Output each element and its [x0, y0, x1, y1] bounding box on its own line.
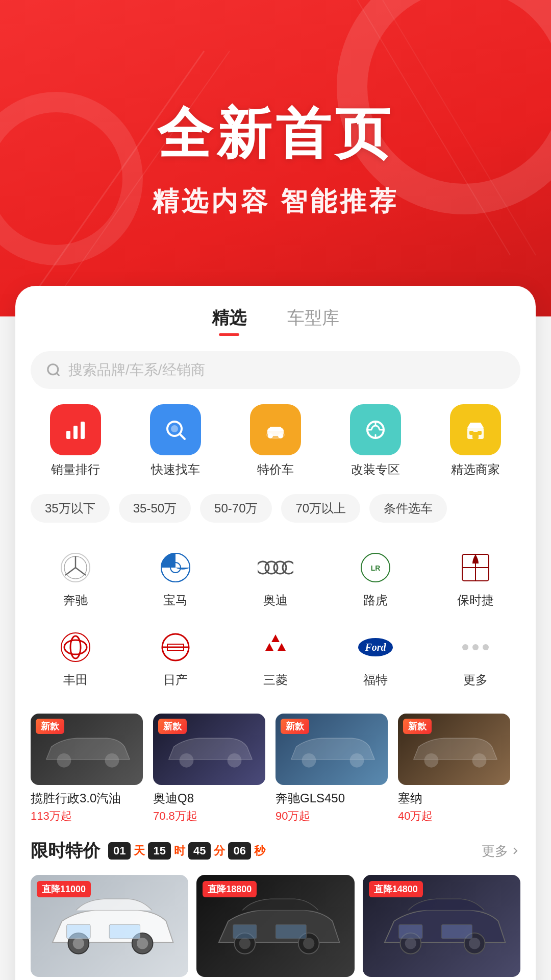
brand-nissan-label: 日产	[163, 672, 188, 688]
brand-porsche[interactable]: 保时捷	[425, 539, 525, 619]
timer-sec-label: 秒	[254, 843, 265, 859]
svg-point-58	[180, 753, 194, 768]
price-filter-tags: 35万以下 35-50万 50-70万 70万以上 条件选车	[15, 494, 536, 523]
brand-nissan[interactable]: 日产	[126, 619, 226, 698]
brand-landrover[interactable]: LR 路虎	[325, 539, 425, 619]
brand-ford[interactable]: Ford 福特	[325, 619, 425, 698]
svg-point-77	[405, 938, 416, 949]
deals-icon-box	[250, 404, 301, 455]
svg-text:LR: LR	[371, 564, 381, 572]
brand-more[interactable]: 更多	[425, 619, 525, 698]
deal-car-2-img: 直降14800	[363, 875, 520, 977]
new-car-1[interactable]: 新款 奥迪Q8 70.8万起	[153, 714, 265, 824]
svg-point-53	[462, 644, 468, 650]
brand-bmw-label: 宝马	[163, 592, 188, 608]
flash-sale-header: 限时特价 01 天 15 时 45 分 06 秒 更多	[15, 839, 536, 863]
price-tag-4[interactable]: 条件选车	[369, 494, 447, 523]
svg-point-55	[483, 644, 489, 650]
new-car-1-name: 奥迪Q8	[153, 790, 265, 806]
svg-point-61	[350, 753, 364, 768]
svg-point-54	[472, 644, 479, 650]
timer-minutes: 45	[188, 842, 211, 860]
brand-bmw[interactable]: 宝马	[126, 539, 226, 619]
svg-line-3	[383, 0, 536, 255]
quick-icon-findcar[interactable]: 快速找车	[150, 404, 201, 478]
mercedes-logo	[57, 549, 94, 586]
svg-point-67	[137, 938, 148, 949]
findcar-icon-box	[150, 404, 201, 455]
main-card: 精选 车型库 搜索品牌/车系/经销商 销量排行	[15, 286, 536, 980]
modify-icon-box	[350, 404, 401, 455]
new-car-3-name: 塞纳	[398, 790, 510, 806]
svg-point-73	[303, 938, 314, 949]
new-car-2[interactable]: 新款 奔驰GLS450 90万起	[276, 714, 388, 824]
flash-sale-title: 限时特价	[31, 839, 100, 863]
timer-box: 01 天 15 时 45 分 06 秒	[108, 842, 265, 860]
deal-car-0[interactable]: 直降11000 奔驰GLE450 21款... 加规现车 北极白/棕 90 万	[31, 875, 188, 980]
svg-point-42	[64, 640, 87, 654]
quick-icon-modify[interactable]: 改装专区	[350, 404, 401, 478]
tab-bar: 精选 车型库	[15, 306, 536, 336]
timer-hour-label: 时	[174, 843, 185, 859]
svg-point-15	[278, 433, 283, 438]
svg-point-44	[61, 633, 90, 662]
svg-point-56	[57, 753, 71, 768]
search-placeholder: 搜索品牌/车系/经销商	[68, 360, 205, 380]
price-tag-1[interactable]: 35-50万	[119, 494, 191, 523]
deal-car-1[interactable]: 直降18800 奔驰GLS450 21款... 墨规现车 月石灰/米 125 万	[196, 875, 354, 980]
tab-featured[interactable]: 精选	[212, 306, 246, 336]
svg-line-10	[180, 434, 185, 439]
audi-logo	[257, 549, 294, 586]
svg-marker-49	[265, 643, 273, 651]
bmw-logo	[157, 549, 194, 586]
svg-point-79	[469, 938, 480, 949]
price-tag-2[interactable]: 50-70万	[200, 494, 272, 523]
svg-point-14	[268, 433, 273, 438]
new-car-3[interactable]: 新款 塞纳 40万起	[398, 714, 510, 824]
more-link[interactable]: 更多	[482, 842, 520, 860]
quick-icon-findcar-label: 快速找车	[151, 461, 200, 478]
svg-rect-74	[233, 924, 256, 939]
svg-rect-7	[73, 426, 78, 439]
brand-audi-label: 奥迪	[263, 592, 288, 608]
svg-point-36	[283, 561, 293, 574]
sales-icon-box	[50, 404, 101, 455]
svg-rect-80	[399, 924, 422, 939]
merchant-icon-box	[450, 404, 501, 455]
brand-toyota[interactable]: 丰田	[26, 619, 126, 698]
new-car-1-img: 新款	[153, 714, 265, 785]
price-tag-3[interactable]: 70万以上	[281, 494, 360, 523]
svg-point-71	[239, 938, 251, 949]
svg-rect-23	[469, 431, 473, 435]
svg-line-29	[76, 568, 86, 575]
timer-hours: 15	[148, 842, 170, 860]
svg-point-59	[228, 753, 242, 768]
deal-car-2[interactable]: 直降14800 卡宴 21款 3.0T 加规 加规现车 紫石/米 103 万	[363, 875, 520, 980]
svg-rect-81	[441, 924, 472, 939]
deal-car-0-img: 直降11000	[31, 875, 188, 977]
quick-icon-sales[interactable]: 销量排行	[50, 404, 101, 478]
deal-car-0-badge: 直降11000	[37, 881, 91, 897]
brand-more-label: 更多	[463, 672, 488, 688]
toyota-logo	[57, 629, 94, 666]
new-car-0[interactable]: 新款 揽胜行政3.0汽油 113万起	[31, 714, 143, 824]
mitsubishi-logo	[257, 629, 294, 666]
search-bar[interactable]: 搜索品牌/车系/经销商	[31, 351, 520, 389]
brand-mitsubishi[interactable]: 三菱	[226, 619, 325, 698]
brand-audi[interactable]: 奥迪	[226, 539, 325, 619]
porsche-logo	[457, 549, 494, 586]
quick-icon-deals-label: 特价车	[257, 461, 294, 478]
new-car-0-price: 113万起	[31, 808, 143, 824]
quick-icon-merchant[interactable]: 精选商家	[450, 404, 501, 478]
quick-icon-deals[interactable]: 特价车	[250, 404, 301, 478]
hero-subtitle: 精选内容 智能推荐	[152, 184, 399, 219]
brand-landrover-label: 路虎	[363, 592, 388, 608]
brand-ford-label: 福特	[363, 672, 388, 688]
brand-mercedes[interactable]: 奔驰	[26, 539, 126, 619]
hero-title: 全新首页	[157, 97, 394, 172]
search-icon	[46, 362, 61, 378]
price-tag-0[interactable]: 35万以下	[31, 494, 110, 523]
svg-point-4	[48, 364, 58, 375]
tab-models[interactable]: 车型库	[287, 306, 339, 336]
new-car-1-price: 70.8万起	[153, 808, 265, 824]
